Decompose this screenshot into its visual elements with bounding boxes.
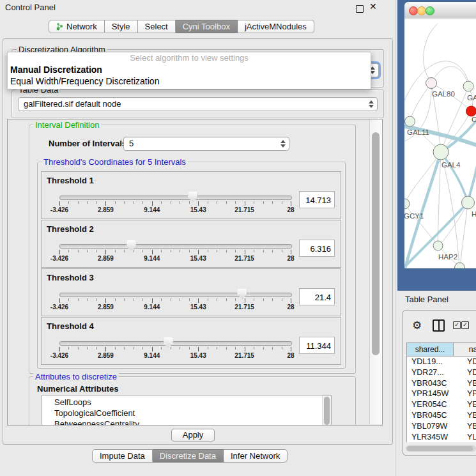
attribute-list-item[interactable]: SelfLoops [42,397,331,408]
network-view-window: GAL80 GA C GAL11 GAL4 GCY1 H HAP2 [397,0,476,291]
attributes-scrollbar[interactable] [322,395,331,426]
slider-tick-label: 21.715 [234,255,254,262]
zoom-traffic-light-icon[interactable] [426,6,434,15]
close-traffic-light-icon[interactable] [409,6,418,15]
settings-scrollbar[interactable] [369,119,382,424]
table-row[interactable]: YBR045CYBR0 [407,410,476,421]
table-cell: YPR145W [407,388,462,399]
slider-ticks [59,201,291,206]
attribute-list-item[interactable]: TopologicalCoefficient [42,408,331,418]
slider-ticks [59,250,291,255]
close-icon[interactable]: ✕ [369,1,377,12]
threshold-1-slider-track[interactable] [59,196,292,200]
table-row[interactable]: YLR345WYLR3 [407,432,476,442]
slider-tick [226,298,227,301]
node-label-gal4: GAL4 [441,161,461,169]
control-panel-window: Control Panel ✕ Network Style Select Cyn… [0,0,395,476]
table-row[interactable]: YPR145WYPR1 [407,388,476,399]
network-canvas[interactable]: GAL80 GA C GAL11 GAL4 GCY1 H HAP2 [404,19,476,268]
slider-tick [171,347,171,349]
tab-cyni-toolbox[interactable]: Cyni Toolbox [176,20,238,33]
threshold-3-slider-track[interactable] [59,293,292,297]
table-row[interactable]: YBL079WYBL0 [407,421,476,432]
node-hap2[interactable] [433,241,443,250]
slider-tick [263,298,264,301]
table-hscrollbar-thumb[interactable] [407,446,473,451]
table-data-combobox[interactable]: galFiltered.sif default node [18,97,378,111]
slider-tick [124,201,125,204]
table-row[interactable]: YDR27...YDR2 [407,367,476,378]
slider-tick [142,298,143,301]
tab-impute-data[interactable]: Impute Data [92,449,153,463]
dropdown-option-manual[interactable]: Manual Discretization [8,64,371,75]
threshold-3-value-field[interactable]: 21.4 [299,288,335,305]
threshold-1-panel: Threshold 1 -3.4262.8599.14415.4321.7152… [41,171,341,219]
table-horizontal-scrollbar[interactable] [406,445,476,452]
number-of-intervals-combobox[interactable]: 5 [123,137,289,151]
attribute-list-item[interactable]: BetweennessCentrality [42,418,331,426]
node-red-selected[interactable] [466,106,476,116]
threshold-1-value-field[interactable]: 14.713 [299,191,335,208]
slider-tick-label: 9.144 [144,303,160,311]
slider-tick-label: 21.715 [234,206,254,213]
slider-tick [78,201,79,204]
column-header-name[interactable]: na [453,342,476,357]
slider-tick [189,201,190,204]
node-gal4[interactable] [433,144,449,160]
table-cell: YDL19... [407,357,462,367]
node-h[interactable] [462,196,475,209]
table-cell: YBL0 [462,421,476,432]
slider-tick [124,347,125,349]
threshold-2-label: Threshold 2 [47,224,94,234]
node-gal11[interactable] [405,116,415,127]
table-header-row: shared... na [406,342,476,357]
slider-tick [235,298,236,301]
column-visibility-icon[interactable] [433,319,445,332]
slider-tick-label: 28 [287,352,294,359]
slider-tick-label: 2.859 [98,206,114,213]
select-all-check-icon[interactable]: ✓ [453,321,461,329]
network-window-titlebar[interactable] [404,2,476,19]
slider-tick [189,250,190,252]
table-row[interactable]: YDL19...YDL1 [407,357,476,367]
table-row[interactable]: YBR043CYBR0 [407,378,476,389]
table-panel: ⚙ ✓ ✓ shared... na YDL19...YDL1YDR27...Y… [403,310,476,456]
slider-tick [96,347,97,349]
tab-network[interactable]: Network [49,20,105,33]
slider-tick [235,347,236,349]
tab-discretize-data[interactable]: Discretize Data [153,449,224,463]
node-gal80[interactable] [426,78,437,89]
slider-tick [142,347,143,349]
thresholds-group-label: Threshold's Coordinates for 5 Intervals [42,157,188,167]
slider-tick [198,250,199,254]
table-settings-gear-icon[interactable]: ⚙ [412,319,422,332]
tab-infer-network[interactable]: Infer Network [224,449,288,463]
select-none-check-icon[interactable]: ✓ [461,321,469,329]
float-window-icon[interactable] [356,5,364,13]
slider-tick [134,298,134,301]
slider-tick [78,298,79,301]
settings-scrollbar-thumb[interactable] [372,132,380,355]
column-header-shared-name[interactable]: shared... [406,342,453,357]
threshold-4-slider-track[interactable] [59,341,292,346]
threshold-2-slider-track[interactable] [59,244,292,249]
node-gcy1[interactable] [404,199,410,209]
tab-style[interactable]: Style [105,20,138,33]
tab-jactivemnodules[interactable]: jActiveMNodules [238,20,314,33]
threshold-2-value-field[interactable]: 6.316 [299,240,335,257]
node-ga[interactable] [463,81,473,91]
slider-tick [59,298,60,303]
slider-tick [115,201,116,204]
threshold-4-value-field[interactable]: 11.344 [299,337,335,354]
table-row[interactable]: YER054CYER0 [407,399,476,410]
slider-tick [217,347,217,349]
slider-tick [226,250,227,252]
slider-tick-label: 9.144 [144,206,160,213]
numerical-attributes-list[interactable]: SelfLoopsTopologicalCoefficientBetweenne… [42,395,332,426]
slider-tick [226,201,227,204]
dropdown-option-equal-width[interactable]: Equal Width/Frequency Discretization [8,75,371,87]
minimize-traffic-light-icon[interactable] [417,6,426,15]
slider-tick [263,201,264,204]
apply-button[interactable]: Apply [171,429,215,441]
tab-select[interactable]: Select [138,20,176,33]
